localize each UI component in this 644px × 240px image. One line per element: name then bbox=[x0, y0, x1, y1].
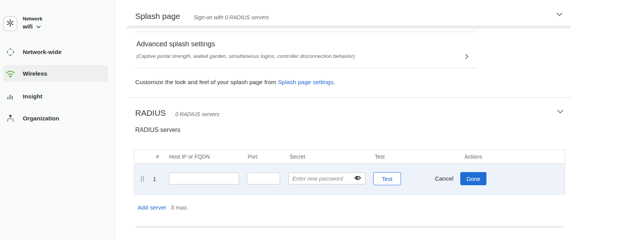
test-button[interactable]: Test bbox=[373, 172, 401, 185]
bottom-divider bbox=[136, 226, 563, 227]
organization-icon bbox=[5, 113, 15, 123]
sidebar-item-label: Insight bbox=[23, 93, 42, 100]
sidebar-item-insight[interactable]: Insight bbox=[0, 88, 108, 105]
chevron-down-icon bbox=[36, 23, 41, 30]
sidebar-item-label: Network-wide bbox=[23, 49, 62, 56]
radius-collapse-chevron-down-icon[interactable] bbox=[557, 108, 564, 115]
col-header-number: # bbox=[156, 154, 159, 160]
radius-servers-table: # Host IP or FQDN Port Secret Test Actio… bbox=[134, 150, 565, 195]
col-header-test: Test bbox=[375, 154, 385, 160]
col-header-host: Host IP or FQDN bbox=[169, 154, 210, 160]
sidebar-item-label: Wireless bbox=[23, 70, 47, 77]
host-ip-input[interactable] bbox=[169, 172, 239, 184]
cancel-button[interactable]: Cancel bbox=[435, 172, 453, 185]
table-row: 1 Test Cancel Done bbox=[134, 163, 565, 195]
chevron-right-icon[interactable] bbox=[465, 54, 469, 61]
advanced-splash-settings-description: (Captive portal strength, walled garden,… bbox=[136, 53, 355, 59]
add-server-link[interactable]: Add server bbox=[138, 204, 166, 211]
advanced-splash-settings-title: Advanced splash settings bbox=[136, 40, 215, 48]
sidebar-item-organization[interactable]: Organization bbox=[0, 110, 108, 127]
done-button[interactable]: Done bbox=[460, 172, 486, 185]
port-input[interactable] bbox=[247, 172, 280, 184]
splash-page-subtitle: Sign-on with 0 RADIUS servers bbox=[194, 14, 269, 20]
network-selector-value: wifi bbox=[23, 23, 33, 30]
insight-icon bbox=[5, 91, 15, 101]
add-server-row: Add server3 max. bbox=[138, 204, 188, 211]
drag-handle-icon[interactable] bbox=[141, 176, 144, 182]
col-header-actions: Actions bbox=[465, 154, 482, 160]
network-wide-icon bbox=[5, 47, 15, 57]
radius-servers-label: RADIUS servers bbox=[135, 127, 180, 134]
radius-title: RADIUS bbox=[135, 108, 166, 118]
row-number: 1 bbox=[153, 176, 156, 182]
customize-splash-text: Customize the look and feel of your spla… bbox=[135, 79, 335, 86]
col-header-port: Port bbox=[248, 154, 258, 160]
show-password-eye-icon[interactable] bbox=[354, 175, 361, 182]
sidebar-item-network-wide[interactable]: Network-wide bbox=[0, 44, 108, 61]
wireless-icon bbox=[5, 69, 15, 79]
network-selector[interactable]: wifi bbox=[23, 23, 41, 30]
sidebar: Network wifi Network-wide Wire bbox=[0, 0, 115, 240]
network-hub-icon bbox=[6, 19, 15, 29]
sidebar-item-wireless[interactable]: Wireless bbox=[3, 65, 108, 82]
sidebar-item-label: Organization bbox=[23, 115, 59, 122]
max-servers-note: 3 max. bbox=[171, 204, 189, 211]
network-label: Network bbox=[23, 16, 42, 22]
splash-collapse-chevron-down-icon[interactable] bbox=[556, 11, 563, 18]
splash-page-settings-link[interactable]: Splash page settings bbox=[278, 79, 333, 85]
section-divider bbox=[129, 97, 572, 98]
splash-page-title: Splash page bbox=[135, 12, 180, 21]
network-logo bbox=[3, 16, 17, 31]
advanced-splash-settings-row[interactable]: Advanced splash settings (Captive portal… bbox=[135, 32, 477, 68]
col-header-secret: Secret bbox=[290, 154, 305, 160]
scroll-shadow bbox=[126, 26, 571, 30]
radius-subtitle: 0 RADIUS servers bbox=[175, 111, 219, 117]
customize-text: Customize the look and feel of your spla… bbox=[135, 79, 278, 85]
customize-suffix: . bbox=[333, 79, 335, 85]
